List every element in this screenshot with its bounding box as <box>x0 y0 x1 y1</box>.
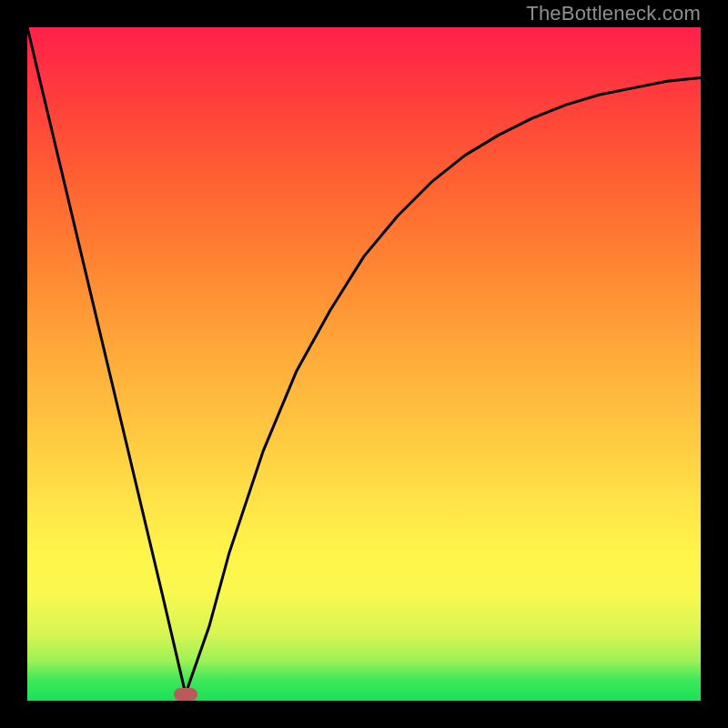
min-marker <box>174 688 197 701</box>
curve-svg <box>27 27 701 701</box>
plot-area <box>27 27 701 701</box>
site-watermark: TheBottleneck.com <box>526 2 701 25</box>
chart-frame: TheBottleneck.com <box>0 0 728 728</box>
